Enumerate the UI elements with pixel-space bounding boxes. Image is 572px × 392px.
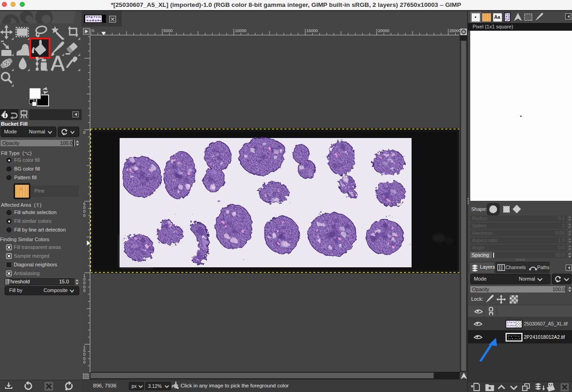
svg-text:0: 0 [92,28,94,33]
svg-text:0: 0 [83,352,86,357]
svg-text:0: 0 [83,356,86,361]
svg-text:0: 0 [83,209,86,214]
svg-text:0: 0 [83,213,86,218]
svg-text:5: 5 [83,348,86,353]
svg-text:0: 0 [83,285,86,289]
svg-text:0: 0 [83,277,86,282]
svg-text:15000: 15000 [307,28,318,33]
svg-text:0: 0 [83,281,86,285]
svg-text:0: 0 [83,205,86,210]
svg-text:25000: 25000 [450,28,461,33]
svg-text:0: 0 [83,288,86,293]
svg-text:5: 5 [83,202,86,206]
svg-text:10000: 10000 [235,28,247,33]
svg-text:1: 1 [83,345,86,349]
svg-text:20000: 20000 [378,28,390,33]
svg-text:1: 1 [83,273,86,278]
svg-text:0: 0 [83,360,86,364]
svg-text:0: 0 [83,130,86,135]
svg-text:5000: 5000 [164,28,173,33]
